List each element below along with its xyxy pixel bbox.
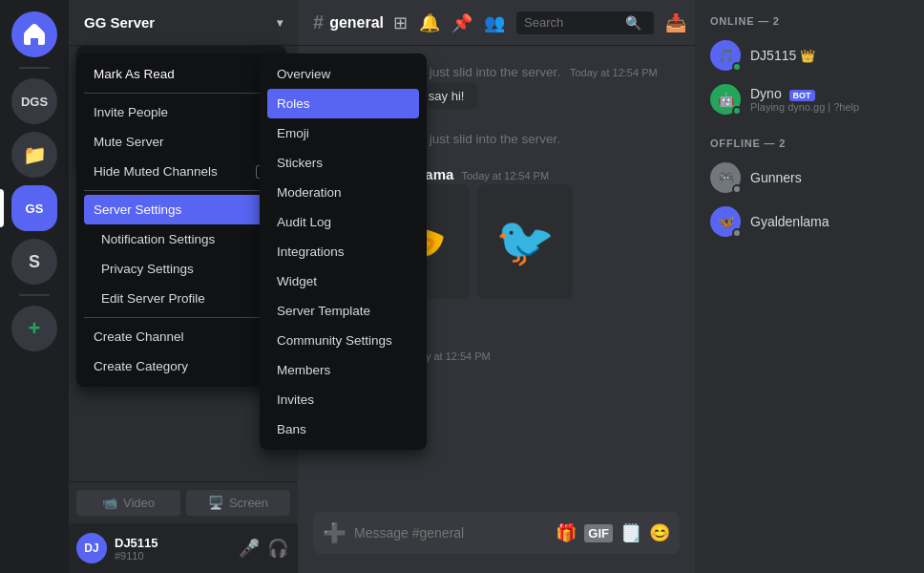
search-icon: 🔍 xyxy=(625,15,641,31)
video-button[interactable]: 📹 Video xyxy=(76,490,180,516)
member-info-gunners: Gunners xyxy=(750,170,802,185)
submenu-members[interactable]: Members xyxy=(267,355,419,385)
member-status-gyaldenlama xyxy=(732,228,742,238)
add-attachment-icon[interactable]: ➕ xyxy=(323,521,346,544)
submenu-overview[interactable]: Overview xyxy=(267,59,419,89)
context-menu-create-category[interactable]: Create Category xyxy=(84,351,279,381)
threads-icon[interactable]: ⊞ xyxy=(393,12,408,33)
context-menu-invite-people[interactable]: Invite People xyxy=(84,97,279,127)
user-name: DJ5115 xyxy=(115,536,229,550)
context-menu-hide-muted[interactable]: Hide Muted Channels xyxy=(84,157,279,186)
submenu-stickers[interactable]: Stickers xyxy=(267,148,419,178)
submenu-bans[interactable]: Bans xyxy=(267,414,419,444)
context-menu-server-settings[interactable]: Server Settings ▶ xyxy=(84,195,279,224)
submenu-audit-log[interactable]: Audit Log xyxy=(267,207,419,237)
context-menu-create-channel[interactable]: Create Channel xyxy=(84,322,279,351)
member-info-dj5115: DJ5115 👑 xyxy=(750,48,815,63)
submenu-roles[interactable]: Roles xyxy=(267,89,419,118)
chat-input-box: ➕ 🎁 GIF 🗒️ 😊 xyxy=(313,512,680,554)
screen-button[interactable]: 🖥️ Screen xyxy=(186,490,290,516)
server-list: DGS 📁 GS S + xyxy=(0,0,69,573)
user-info: DJ5115 #9110 xyxy=(115,536,229,562)
notification-icon[interactable]: 🔔 xyxy=(419,12,440,33)
member-gyaldenlama[interactable]: 🦋 Gyaldenlama xyxy=(703,201,916,243)
server-header[interactable]: GG Server ▾ xyxy=(69,0,298,46)
submenu-emoji[interactable]: Emoji xyxy=(267,118,419,148)
members-icon[interactable]: 👥 xyxy=(484,12,505,33)
member-name-gunners: Gunners xyxy=(750,170,802,185)
voice-area: 📹 Video 🖥️ Screen xyxy=(69,481,298,523)
server-icon-folder[interactable]: 📁 xyxy=(11,132,57,178)
member-avatar-gunners: 🎮 xyxy=(710,162,741,193)
server-name: GG Server xyxy=(84,14,155,31)
member-info-dyno: Dyno BOT Playing dyno.gg | ?help xyxy=(750,86,859,113)
context-menu: Mark As Read Invite People Mute Server ▶… xyxy=(76,53,286,387)
gif-icon[interactable]: GIF xyxy=(584,524,613,542)
member-status-dyno xyxy=(732,106,742,116)
search-input[interactable] xyxy=(524,15,620,30)
bot-badge: BOT xyxy=(789,90,815,101)
msg-timestamp-1: Today at 12:54 PM xyxy=(461,170,549,181)
server-icon-dgs[interactable]: DGS xyxy=(11,78,57,124)
context-menu-privacy-settings[interactable]: Privacy Settings xyxy=(84,254,279,284)
chat-input[interactable] xyxy=(354,512,548,554)
context-menu-mark-read[interactable]: Mark As Read xyxy=(84,59,279,89)
channel-title: # general xyxy=(313,11,384,33)
member-status-gunners xyxy=(732,184,742,194)
app-container: DGS 📁 GS S + GG Server ▾ ✕ 🐱 xyxy=(0,0,924,573)
submenu-invites[interactable]: Invites xyxy=(267,385,419,414)
emoji-icon[interactable]: 😊 xyxy=(649,522,670,543)
member-avatar-gyaldenlama: 🦋 xyxy=(710,206,741,237)
members-sidebar: ONLINE — 2 🎵 DJ5115 👑 🤖 Dyno xyxy=(695,0,924,573)
hash-icon: # xyxy=(313,11,324,33)
context-menu-divider-3 xyxy=(84,317,279,318)
chat-input-area: ➕ 🎁 GIF 🗒️ 😊 xyxy=(298,512,695,573)
chat-header: # general ⊞ 🔔 📌 👥 🔍 📥 ❓ xyxy=(298,0,695,46)
server-divider xyxy=(19,67,50,69)
search-box: 🔍 xyxy=(516,11,654,34)
server-icon-gg[interactable]: GS xyxy=(11,185,57,231)
member-dyno[interactable]: 🤖 Dyno BOT Playing dyno.gg | ?help xyxy=(703,78,916,120)
chat-header-actions: ⊞ 🔔 📌 👥 🔍 📥 ❓ xyxy=(393,11,719,34)
member-name-gyaldenlama: Gyaldenlama xyxy=(750,214,830,229)
member-avatar-dj5115: 🎵 xyxy=(710,40,741,71)
submenu-widget[interactable]: Widget xyxy=(267,266,419,296)
member-gunners[interactable]: 🎮 Gunners xyxy=(703,157,916,199)
server-icon-home[interactable] xyxy=(11,11,57,57)
sticker-icon[interactable]: 🗒️ xyxy=(620,522,641,543)
submenu-server-template[interactable]: Server Template xyxy=(267,296,419,326)
member-dj5115[interactable]: 🎵 DJ5115 👑 xyxy=(703,34,916,76)
user-controls: 🎤 🎧 xyxy=(237,536,290,561)
gift-icon[interactable]: 🎁 xyxy=(556,522,577,543)
user-avatar: DJ xyxy=(76,533,107,563)
server-divider-2 xyxy=(19,294,50,296)
server-settings-submenu: Overview Roles Emoji Stickers Moderation… xyxy=(260,53,427,450)
submenu-community-settings[interactable]: Community Settings xyxy=(267,326,419,355)
chat-input-icons: 🎁 GIF 🗒️ 😊 xyxy=(556,522,670,543)
member-role-dyno: Playing dyno.gg | ?help xyxy=(750,101,859,113)
active-indicator xyxy=(0,189,4,227)
context-menu-notification-settings[interactable]: Notification Settings xyxy=(84,224,279,254)
submenu-moderation[interactable]: Moderation xyxy=(267,178,419,207)
video-icon: 📹 xyxy=(102,496,117,510)
system-timestamp-1: Today at 12:54 PM xyxy=(570,67,658,78)
context-menu-mute-server[interactable]: Mute Server ▶ xyxy=(84,127,279,157)
user-area: DJ DJ5115 #9110 🎤 🎧 xyxy=(69,523,298,573)
offline-section-title: OFFLINE — 2 xyxy=(703,138,916,149)
context-menu-edit-server-profile[interactable]: Edit Server Profile xyxy=(84,284,279,313)
inbox-icon[interactable]: 📥 xyxy=(665,12,686,33)
deafen-button[interactable]: 🎧 xyxy=(265,536,290,561)
add-server-button[interactable]: + xyxy=(11,306,57,351)
user-discriminator: #9110 xyxy=(115,550,229,562)
pin-icon[interactable]: 📌 xyxy=(452,12,472,33)
context-menu-divider-1 xyxy=(84,93,279,94)
mute-button[interactable]: 🎤 xyxy=(237,536,262,561)
msg-image-2: 🐦 xyxy=(477,184,573,299)
server-icon-s[interactable]: S xyxy=(11,239,57,285)
submenu-integrations[interactable]: Integrations xyxy=(267,237,419,266)
context-menu-divider-2 xyxy=(84,190,279,191)
member-info-gyaldenlama: Gyaldenlama xyxy=(750,214,830,229)
crown-icon: 👑 xyxy=(800,49,815,63)
screen-icon: 🖥️ xyxy=(208,496,223,510)
online-section-title: ONLINE — 2 xyxy=(703,15,916,27)
